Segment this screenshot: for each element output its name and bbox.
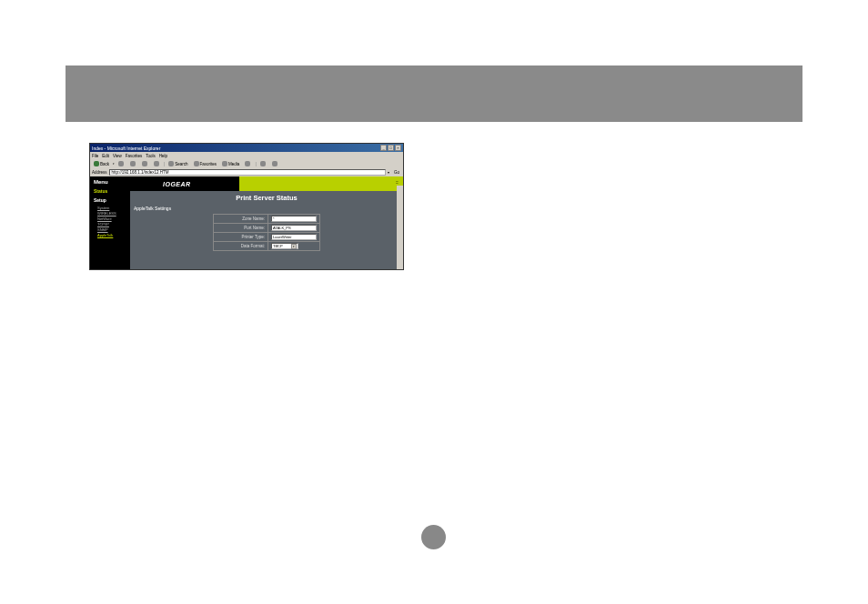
back-button[interactable]: Back [92,160,111,167]
menu-favorites[interactable]: Favorites [126,154,143,158]
chevron-down-icon[interactable]: ▾ [113,162,115,166]
content-area: Menu Status Setup System WIRELESS NetWar… [90,176,403,269]
address-bar: Address http://192.168.1.1/index12.HTM ▾… [90,168,403,176]
page-heading: Print Server Status [130,191,403,205]
menu-help[interactable]: Help [159,154,167,158]
table-row: Port Name: ATALK_PS [214,224,320,233]
chevron-down-icon: ▾ [291,244,297,249]
sidebar-item-appletalk[interactable]: AppleTalk [94,232,126,237]
browser-window: Index - Microsoft Internet Explorer _ □ … [89,143,404,270]
address-input[interactable]: http://192.168.1.1/index12.HTM [109,169,386,176]
vertical-scrollbar[interactable] [397,186,403,269]
separator: | [164,161,165,166]
maximize-button[interactable]: □ [388,145,394,151]
search-icon [168,161,174,166]
mail-button[interactable] [258,160,268,167]
print-button[interactable] [270,160,280,167]
favorites-button[interactable]: Favorites [192,160,219,167]
row-label: Port Name: [214,224,268,233]
refresh-icon [142,161,147,166]
row-label: Printer Type: [214,233,268,242]
logo-dots-decoration: :::::: [396,179,398,185]
media-button[interactable]: Media [220,160,241,167]
minimize-button[interactable]: _ [380,145,387,151]
menu-tools[interactable]: Tools [146,154,156,158]
home-button[interactable] [152,160,162,167]
table-row: Zone Name: * [214,215,320,224]
settings-table: Zone Name: * Port Name: ATALK_PS Printer… [213,214,320,251]
separator: | [255,161,256,166]
port-name-input[interactable]: ATALK_PS [271,225,317,231]
menu-bar: File Edit View Favorites Tools Help [90,152,403,159]
refresh-button[interactable] [140,160,150,167]
forward-icon [118,161,124,166]
sidebar-setup-heading: Setup [94,197,126,203]
menu-edit[interactable]: Edit [102,154,109,158]
stop-icon [130,161,136,166]
stop-button[interactable] [128,160,138,167]
media-icon [222,161,227,166]
close-button[interactable]: × [395,145,401,151]
home-icon [154,161,159,166]
row-label: Data Format: [214,242,268,251]
history-icon [245,161,250,166]
sidebar: Menu Status Setup System WIRELESS NetWar… [90,176,130,269]
logo-bar: IOGEAR :::::: [130,176,403,191]
logo-text: IOGEAR [163,181,191,187]
back-icon [94,161,99,166]
print-icon [272,161,278,166]
address-dropdown-icon[interactable]: ▾ [388,170,389,175]
toolbar: Back ▾ | Search Favorites Media [90,159,403,168]
star-icon [194,161,199,166]
zone-name-input[interactable]: * [271,216,317,222]
address-label: Address [92,170,107,175]
history-button[interactable] [243,160,253,167]
search-button[interactable]: Search [167,160,189,167]
forward-button[interactable] [116,160,126,167]
sidebar-status[interactable]: Status [94,188,126,194]
main-panel: IOGEAR :::::: Print Server Status AppleT… [130,176,403,269]
table-row: Printer Type: LaserWriter [214,233,320,242]
menu-view[interactable]: View [113,154,122,158]
section-label: AppleTalk Settings [130,205,403,212]
menu-file[interactable]: File [92,154,98,158]
table-row: Data Format: TBCP ▾ [214,242,320,251]
printer-type-input[interactable]: LaserWriter [271,234,317,240]
sidebar-menu-title: Menu [94,179,126,185]
go-button[interactable]: Go [391,170,401,175]
window-title-bar: Index - Microsoft Internet Explorer _ □ … [90,144,403,152]
window-buttons: _ □ × [380,145,401,151]
data-format-select[interactable]: TBCP ▾ [271,243,298,249]
window-title: Index - Microsoft Internet Explorer [92,146,160,151]
page-number-circle [421,525,446,549]
header-gray-bar [66,65,802,122]
row-label: Zone Name: [214,215,268,224]
mail-icon [260,161,266,166]
